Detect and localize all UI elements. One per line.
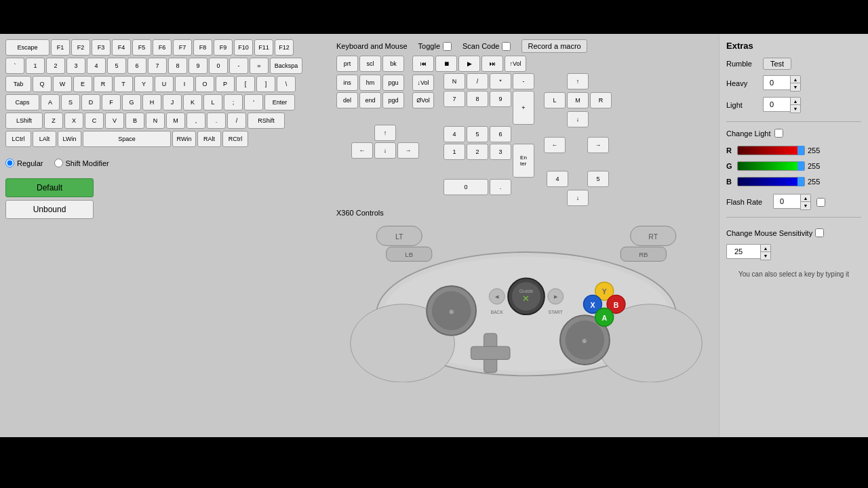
key-m[interactable]: M <box>166 113 185 129</box>
key-backtick[interactable]: ` <box>5 58 24 74</box>
key-9[interactable]: 9 <box>189 58 208 74</box>
toggle-checkbox[interactable] <box>443 42 452 51</box>
key-s[interactable]: S <box>61 94 80 110</box>
key-g[interactable]: G <box>122 94 141 110</box>
key-o[interactable]: O <box>195 76 214 92</box>
key-q[interactable]: Q <box>33 76 52 92</box>
key-arrow-up[interactable]: ↑ <box>374 125 396 141</box>
nav-mid-lmr[interactable]: M <box>567 92 589 108</box>
mouse-sens-input[interactable] <box>726 244 760 259</box>
key-vol-down[interactable]: ↓Vol <box>412 75 434 91</box>
scancode-checkbox[interactable] <box>502 42 511 51</box>
key-d[interactable]: D <box>81 94 100 110</box>
key-rbracket[interactable]: ] <box>256 76 275 92</box>
key-enter[interactable]: Enter <box>264 94 295 110</box>
key-backslash[interactable]: \ <box>277 76 296 92</box>
key-tab[interactable]: Tab <box>5 76 31 92</box>
key-num-enter[interactable]: Enter <box>513 144 534 178</box>
key-i[interactable]: I <box>175 76 194 92</box>
key-num-4[interactable]: 4 <box>443 126 465 142</box>
key-num-dot[interactable]: . <box>490 179 511 195</box>
nav-num5[interactable]: 5 <box>587 171 609 187</box>
key-stop[interactable]: ⏹ <box>435 56 457 72</box>
mouse-sens-spin-up[interactable]: ▲ <box>761 245 770 252</box>
key-lalt[interactable]: LAlt <box>33 131 56 147</box>
key-4[interactable]: 4 <box>87 58 106 74</box>
key-pgu[interactable]: pgu <box>382 75 404 91</box>
key-minus[interactable]: - <box>229 58 248 74</box>
key-num-minus[interactable]: - <box>513 73 534 89</box>
nav-left-lmr[interactable]: L <box>544 92 566 108</box>
key-equals[interactable]: = <box>250 58 269 74</box>
nav-num4[interactable]: 4 <box>547 171 568 187</box>
key-z[interactable]: Z <box>44 113 63 129</box>
heavy-spinner[interactable]: ▲ ▼ <box>790 75 801 92</box>
key-lctrl[interactable]: LCtrl <box>5 131 31 147</box>
r-slider[interactable] <box>737 146 805 155</box>
key-prev[interactable]: ⏮ <box>412 56 434 72</box>
key-v[interactable]: V <box>105 113 124 129</box>
key-hm[interactable]: hm <box>359 75 381 91</box>
key-num-slash[interactable]: / <box>467 73 488 89</box>
key-f10[interactable]: F10 <box>234 39 253 56</box>
key-space[interactable]: Space <box>83 131 171 147</box>
key-w[interactable]: W <box>53 76 72 92</box>
default-button[interactable]: Default <box>5 178 94 197</box>
key-n[interactable]: N <box>146 113 165 129</box>
key-3[interactable]: 3 <box>66 58 85 74</box>
heavy-input[interactable] <box>763 75 790 90</box>
key-f4[interactable]: F4 <box>112 39 131 56</box>
key-p[interactable]: P <box>216 76 235 92</box>
key-e[interactable]: E <box>73 76 92 92</box>
key-y[interactable]: Y <box>134 76 153 92</box>
key-f11[interactable]: F11 <box>254 39 273 56</box>
radio-shift[interactable]: Shift Modifier <box>54 159 109 167</box>
flash-rate-spinner[interactable]: ▲ ▼ <box>800 194 811 210</box>
key-comma[interactable]: , <box>186 113 205 129</box>
key-f5[interactable]: F5 <box>132 39 151 56</box>
nav-right-arrow-side[interactable]: → <box>587 137 609 153</box>
key-8[interactable]: 8 <box>168 58 187 74</box>
key-k[interactable]: K <box>183 94 202 110</box>
key-play[interactable]: ▶ <box>458 56 480 72</box>
heavy-spin-up[interactable]: ▲ <box>791 76 800 83</box>
nav-bottom-arrow[interactable]: ↓ <box>567 111 589 127</box>
key-f8[interactable]: F8 <box>193 39 212 56</box>
record-macro-button[interactable]: Record a macro <box>521 39 587 53</box>
radio-regular[interactable]: Regular <box>5 159 43 167</box>
light-spinner[interactable]: ▲ ▼ <box>790 97 801 113</box>
unbound-button[interactable]: Unbound <box>5 200 94 219</box>
key-f9[interactable]: F9 <box>214 39 233 56</box>
b-slider[interactable] <box>737 177 805 186</box>
key-escape[interactable]: Escape <box>5 39 50 56</box>
key-num-1[interactable]: 1 <box>443 144 465 160</box>
flash-rate-spin-down[interactable]: ▼ <box>801 202 810 209</box>
key-num-6[interactable]: 6 <box>490 126 511 142</box>
g-slider[interactable] <box>737 161 805 171</box>
key-c[interactable]: C <box>85 113 104 129</box>
light-spin-up[interactable]: ▲ <box>791 98 800 105</box>
change-light-checkbox[interactable] <box>774 129 783 138</box>
key-bk[interactable]: bk <box>382 56 404 72</box>
key-b[interactable]: B <box>125 113 144 129</box>
key-u[interactable]: U <box>155 76 174 92</box>
key-lbracket[interactable]: [ <box>236 76 255 92</box>
key-num-7[interactable]: 7 <box>443 91 465 107</box>
key-pgd[interactable]: pgd <box>382 92 404 108</box>
key-del[interactable]: del <box>336 92 358 108</box>
flash-rate-checkbox[interactable] <box>816 198 825 207</box>
key-num-5[interactable]: 5 <box>467 126 488 142</box>
key-f12[interactable]: F12 <box>275 39 294 56</box>
key-t[interactable]: T <box>114 76 133 92</box>
key-a[interactable]: A <box>41 94 60 110</box>
key-f[interactable]: F <box>102 94 121 110</box>
key-num-star[interactable]: * <box>490 73 511 89</box>
key-num-0[interactable]: 0 <box>443 179 488 195</box>
key-caps[interactable]: Caps <box>5 94 39 110</box>
key-2[interactable]: 2 <box>46 58 65 74</box>
light-input[interactable] <box>763 97 790 112</box>
key-rctrl[interactable]: RCtrl <box>222 131 248 147</box>
key-arrow-right[interactable]: → <box>397 142 419 159</box>
key-scl[interactable]: scl <box>359 56 381 72</box>
nav-right-lmr[interactable]: R <box>590 92 612 108</box>
